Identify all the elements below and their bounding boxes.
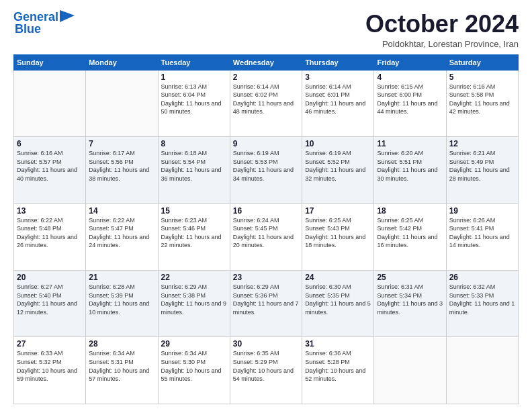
table-row: 31Sunrise: 6:36 AM Sunset: 5:28 PM Dayli… xyxy=(302,337,374,404)
col-monday: Monday xyxy=(86,54,158,70)
day-info: Sunrise: 6:22 AM Sunset: 5:47 PM Dayligh… xyxy=(89,216,154,250)
col-friday: Friday xyxy=(374,54,446,70)
day-info: Sunrise: 6:19 AM Sunset: 5:53 PM Dayligh… xyxy=(233,149,299,183)
table-row: 5Sunrise: 6:16 AM Sunset: 5:58 PM Daylig… xyxy=(446,70,518,136)
table-row: 15Sunrise: 6:23 AM Sunset: 5:46 PM Dayli… xyxy=(158,203,230,270)
col-thursday: Thursday xyxy=(302,54,374,70)
day-number: 24 xyxy=(305,273,371,282)
table-row: 24Sunrise: 6:30 AM Sunset: 5:35 PM Dayli… xyxy=(302,271,374,337)
day-number: 21 xyxy=(89,273,154,282)
day-info: Sunrise: 6:34 AM Sunset: 5:31 PM Dayligh… xyxy=(89,349,154,383)
day-info: Sunrise: 6:20 AM Sunset: 5:51 PM Dayligh… xyxy=(377,149,443,183)
day-info: Sunrise: 6:27 AM Sunset: 5:40 PM Dayligh… xyxy=(17,283,83,316)
day-info: Sunrise: 6:35 AM Sunset: 5:29 PM Dayligh… xyxy=(233,349,299,383)
day-info: Sunrise: 6:14 AM Sunset: 6:02 PM Dayligh… xyxy=(233,83,299,116)
day-number: 8 xyxy=(161,139,227,148)
day-info: Sunrise: 6:13 AM Sunset: 6:04 PM Dayligh… xyxy=(161,83,227,116)
day-number: 28 xyxy=(89,339,154,349)
day-info: Sunrise: 6:36 AM Sunset: 5:28 PM Dayligh… xyxy=(305,349,371,383)
table-row: 29Sunrise: 6:34 AM Sunset: 5:30 PM Dayli… xyxy=(158,337,230,404)
day-info: Sunrise: 6:14 AM Sunset: 6:01 PM Dayligh… xyxy=(305,83,371,116)
day-number: 22 xyxy=(161,273,227,282)
day-info: Sunrise: 6:21 AM Sunset: 5:49 PM Dayligh… xyxy=(449,149,515,183)
day-info: Sunrise: 6:31 AM Sunset: 5:34 PM Dayligh… xyxy=(377,283,443,316)
day-number: 29 xyxy=(161,339,227,349)
table-row: 13Sunrise: 6:22 AM Sunset: 5:48 PM Dayli… xyxy=(14,203,86,270)
day-info: Sunrise: 6:18 AM Sunset: 5:54 PM Dayligh… xyxy=(161,149,227,183)
day-info: Sunrise: 6:19 AM Sunset: 5:52 PM Dayligh… xyxy=(305,149,371,183)
table-row: 11Sunrise: 6:20 AM Sunset: 5:51 PM Dayli… xyxy=(374,137,446,203)
day-info: Sunrise: 6:29 AM Sunset: 5:36 PM Dayligh… xyxy=(233,283,299,316)
header: General Blue October 2024 Poldokhtar, Lo… xyxy=(13,11,519,49)
day-number: 27 xyxy=(17,339,83,349)
day-number: 9 xyxy=(233,139,299,148)
day-number: 19 xyxy=(449,206,515,216)
calendar-week-row: 13Sunrise: 6:22 AM Sunset: 5:48 PM Dayli… xyxy=(14,203,519,270)
table-row: 28Sunrise: 6:34 AM Sunset: 5:31 PM Dayli… xyxy=(86,337,158,404)
day-info: Sunrise: 6:34 AM Sunset: 5:30 PM Dayligh… xyxy=(161,349,227,383)
svg-marker-0 xyxy=(60,10,75,22)
day-number: 16 xyxy=(233,206,299,216)
col-saturday: Saturday xyxy=(446,54,518,70)
day-info: Sunrise: 6:33 AM Sunset: 5:32 PM Dayligh… xyxy=(17,349,83,383)
table-row: 21Sunrise: 6:28 AM Sunset: 5:39 PM Dayli… xyxy=(86,271,158,337)
calendar-week-row: 1Sunrise: 6:13 AM Sunset: 6:04 PM Daylig… xyxy=(14,70,519,136)
day-number: 17 xyxy=(305,206,371,216)
col-sunday: Sunday xyxy=(14,54,86,70)
day-number: 7 xyxy=(89,139,154,148)
day-number: 5 xyxy=(449,73,515,82)
day-number: 23 xyxy=(233,273,299,282)
calendar-table: Sunday Monday Tuesday Wednesday Thursday… xyxy=(13,54,519,404)
table-row: 10Sunrise: 6:19 AM Sunset: 5:52 PM Dayli… xyxy=(302,137,374,203)
day-info: Sunrise: 6:30 AM Sunset: 5:35 PM Dayligh… xyxy=(305,283,371,316)
day-info: Sunrise: 6:26 AM Sunset: 5:41 PM Dayligh… xyxy=(449,216,515,250)
table-row: 25Sunrise: 6:31 AM Sunset: 5:34 PM Dayli… xyxy=(374,271,446,337)
table-row: 1Sunrise: 6:13 AM Sunset: 6:04 PM Daylig… xyxy=(158,70,230,136)
day-info: Sunrise: 6:17 AM Sunset: 5:56 PM Dayligh… xyxy=(89,149,154,183)
day-info: Sunrise: 6:16 AM Sunset: 5:58 PM Dayligh… xyxy=(449,83,515,116)
col-tuesday: Tuesday xyxy=(158,54,230,70)
table-row: 20Sunrise: 6:27 AM Sunset: 5:40 PM Dayli… xyxy=(14,271,86,337)
table-row: 18Sunrise: 6:25 AM Sunset: 5:42 PM Dayli… xyxy=(374,203,446,270)
table-row: 9Sunrise: 6:19 AM Sunset: 5:53 PM Daylig… xyxy=(230,137,302,203)
logo-icon xyxy=(60,10,75,22)
table-row: 22Sunrise: 6:29 AM Sunset: 5:38 PM Dayli… xyxy=(158,271,230,337)
day-info: Sunrise: 6:15 AM Sunset: 6:00 PM Dayligh… xyxy=(377,83,443,116)
day-number: 2 xyxy=(233,73,299,82)
calendar-week-row: 6Sunrise: 6:16 AM Sunset: 5:57 PM Daylig… xyxy=(14,137,519,203)
table-row: 7Sunrise: 6:17 AM Sunset: 5:56 PM Daylig… xyxy=(86,137,158,203)
day-number: 18 xyxy=(377,206,443,216)
table-row: 16Sunrise: 6:24 AM Sunset: 5:45 PM Dayli… xyxy=(230,203,302,270)
table-row: 2Sunrise: 6:14 AM Sunset: 6:02 PM Daylig… xyxy=(230,70,302,136)
day-number: 4 xyxy=(377,73,443,82)
table-row: 6Sunrise: 6:16 AM Sunset: 5:57 PM Daylig… xyxy=(14,137,86,203)
table-row: 8Sunrise: 6:18 AM Sunset: 5:54 PM Daylig… xyxy=(158,137,230,203)
month-title: October 2024 xyxy=(365,11,519,38)
day-info: Sunrise: 6:32 AM Sunset: 5:33 PM Dayligh… xyxy=(449,283,515,316)
table-row: 4Sunrise: 6:15 AM Sunset: 6:00 PM Daylig… xyxy=(374,70,446,136)
day-number: 11 xyxy=(377,139,443,148)
day-info: Sunrise: 6:29 AM Sunset: 5:38 PM Dayligh… xyxy=(161,283,227,316)
table-row: 14Sunrise: 6:22 AM Sunset: 5:47 PM Dayli… xyxy=(86,203,158,270)
day-info: Sunrise: 6:23 AM Sunset: 5:46 PM Dayligh… xyxy=(161,216,227,250)
table-row xyxy=(374,337,446,404)
table-row: 27Sunrise: 6:33 AM Sunset: 5:32 PM Dayli… xyxy=(14,337,86,404)
table-row: 3Sunrise: 6:14 AM Sunset: 6:01 PM Daylig… xyxy=(302,70,374,136)
page: General Blue October 2024 Poldokhtar, Lo… xyxy=(0,0,532,411)
location-subtitle: Poldokhtar, Lorestan Province, Iran xyxy=(365,39,519,49)
day-info: Sunrise: 6:24 AM Sunset: 5:45 PM Dayligh… xyxy=(233,216,299,250)
table-row: 23Sunrise: 6:29 AM Sunset: 5:36 PM Dayli… xyxy=(230,271,302,337)
day-info: Sunrise: 6:22 AM Sunset: 5:48 PM Dayligh… xyxy=(17,216,83,250)
day-number: 12 xyxy=(449,139,515,148)
logo-blue: Blue xyxy=(15,22,41,36)
day-info: Sunrise: 6:25 AM Sunset: 5:42 PM Dayligh… xyxy=(377,216,443,250)
logo: General Blue xyxy=(13,11,75,36)
table-row xyxy=(86,70,158,136)
table-row: 12Sunrise: 6:21 AM Sunset: 5:49 PM Dayli… xyxy=(446,137,518,203)
day-number: 31 xyxy=(305,339,371,349)
table-row: 26Sunrise: 6:32 AM Sunset: 5:33 PM Dayli… xyxy=(446,271,518,337)
day-info: Sunrise: 6:25 AM Sunset: 5:43 PM Dayligh… xyxy=(305,216,371,250)
day-number: 25 xyxy=(377,273,443,282)
day-number: 15 xyxy=(161,206,227,216)
calendar-week-row: 27Sunrise: 6:33 AM Sunset: 5:32 PM Dayli… xyxy=(14,337,519,404)
